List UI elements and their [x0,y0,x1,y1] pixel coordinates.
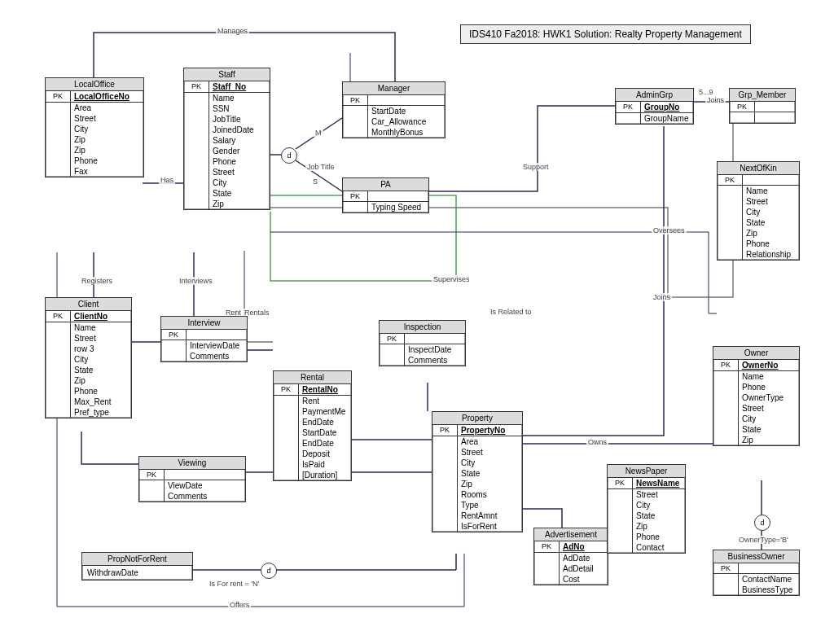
rel-has: Has [159,176,175,184]
rel-registers: Registers [80,277,114,285]
rel-m: M [314,129,323,137]
rel-interviews: Interviews [178,277,214,285]
discriminator-staff: d [281,147,297,164]
entity-header: Property [432,412,522,425]
diagram-title: IDS410 Fa2018: HWK1 Solution: Realty Pro… [460,24,751,44]
rel-jobtitle: Job Title [305,163,336,171]
entity-propnotforrent: PropNotForRent WithdrawDate [81,552,193,580]
entity-owner: Owner PKOwnerNo Name Phone OwnerType Str… [713,346,800,446]
entity-header: Inspection [380,321,465,334]
entity-localoffice: LocalOffice PKLocalOfficeNo Area Street … [45,77,144,177]
entity-viewing: Viewing PK ViewDate Comments [138,456,246,502]
entity-businessowner: BusinessOwner PK ContactName BusinessTyp… [713,550,800,596]
entity-client: Client PKClientNo Name Street row 3 City… [45,297,132,418]
entity-property: Property PKPropertyNo Area Street City S… [432,411,523,532]
entity-advertisement: Advertisement PKAdNo AdDate AdDetail Cos… [533,528,608,585]
entity-header: LocalOffice [46,78,143,91]
discriminator-owner: d [754,515,770,531]
rel-joins: Joins [652,293,672,301]
rel-joins2: Joins [705,96,726,104]
discriminator-prop: d [261,563,277,579]
entity-header: PropNotForRent [82,553,192,566]
rel-offers: Offers [228,601,251,609]
entity-nextofkin: NextOfKin PK Name Street City State Zip … [717,161,800,261]
rel-isrelated: Is Related to [489,308,533,316]
entity-header: Interview [161,317,247,330]
rel-oversees: Oversees [652,226,687,234]
entity-header: Client [46,298,131,311]
entity-header: Advertisement [534,528,608,541]
entity-header: AdminGrp [616,89,693,102]
rel-manages: Manages [216,27,249,35]
entity-staff: Staff PKStaff_No Name SSN JobTitle Joine… [183,68,270,210]
rel-s: S [311,177,319,186]
entity-header: Manager [343,82,445,95]
entity-header: Viewing [139,457,245,470]
entity-newspaper: NewsPaper PKNewsName Street City State Z… [607,464,686,554]
entity-rental: Rental PKRentalNo Rent PaymentMe EndDate… [273,370,352,481]
entity-header: NewsPaper [608,465,685,478]
rel-support: Support [521,163,551,171]
entity-header: Rental [274,371,351,384]
entity-header: Owner [713,347,799,360]
diagram-canvas: IDS410 Fa2018: HWK1 Solution: Realty Pro… [0,0,834,644]
entity-pa: PA PK Typing Speed [342,177,429,213]
rel-supervises: Supervises [432,275,472,283]
entity-header: PA [343,178,428,191]
entity-inspection: Inspection PK InspectDate Comments [379,320,466,366]
entity-header: BusinessOwner [713,550,799,563]
entity-header: Grp_Member [730,89,795,102]
entity-admingrp: AdminGrp PKGroupNo GroupName [615,88,694,125]
rel-isforrent: Is For rent = 'N' [208,580,261,588]
entity-manager: Manager PK StartDate Car_Allowance Month… [342,81,446,138]
entity-header: NextOfKin [718,162,799,175]
rel-ownertype: OwnerType='B' [737,536,790,544]
entity-interview: Interview PK InterviewDate Comments [160,316,248,362]
entity-header: Staff [184,68,270,81]
entity-grpmember: Grp_Member PK [729,88,796,124]
rel-owns: Owns [586,438,608,446]
rel-card59: 5...9 [697,88,715,96]
